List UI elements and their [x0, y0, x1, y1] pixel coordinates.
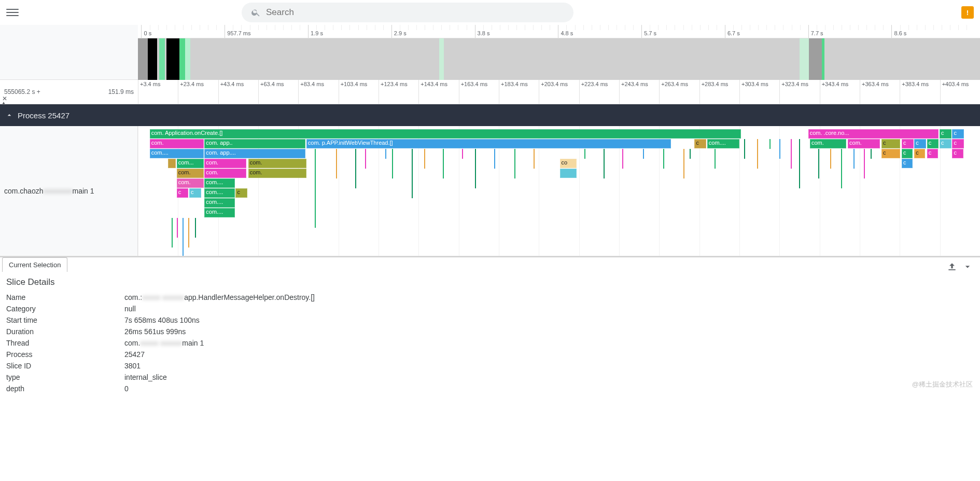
alert-icon[interactable]: !	[961, 6, 974, 19]
detail-value: internal_slice	[124, 372, 315, 383]
flame-slice-thin[interactable]	[355, 149, 356, 188]
flame-slice-thin[interactable]	[443, 149, 444, 178]
search-box[interactable]	[242, 3, 573, 22]
flame-slice-thin[interactable]	[791, 139, 792, 169]
flame-slice[interactable]: com.	[177, 178, 204, 188]
flame-slice[interactable]: c	[927, 139, 939, 148]
flame-slice-thin[interactable]	[336, 149, 337, 178]
flame-slice[interactable]: com...	[177, 159, 204, 168]
minimap-block	[809, 38, 821, 80]
flame-slice[interactable]: c	[927, 149, 938, 158]
flame-slice[interactable]: com. p.APP.initWebViewThread.[]	[306, 139, 671, 148]
flame-slice[interactable]: c	[902, 149, 913, 158]
flame-slice-thin[interactable]	[663, 149, 664, 169]
flame-slice[interactable]: c	[940, 139, 951, 148]
flame-slice[interactable]: com.	[248, 159, 306, 168]
flame-slice-thin[interactable]	[853, 149, 855, 169]
flame-slice-thin[interactable]	[683, 149, 684, 178]
flame-slice[interactable]	[168, 159, 176, 168]
flame-slice-thin[interactable]	[769, 139, 771, 149]
flame-slice[interactable]: c	[881, 149, 900, 158]
flame-slice[interactable]: com....	[150, 149, 204, 158]
flame-slice[interactable]: c	[914, 139, 926, 148]
flame-slice[interactable]: com....	[204, 208, 234, 217]
flame-slice-thin[interactable]	[744, 139, 745, 159]
flame-slice-thin[interactable]	[830, 149, 831, 169]
flame-slice[interactable]: com.	[848, 139, 880, 148]
flame-slice-thin[interactable]	[475, 149, 476, 188]
collapse-handle-icon[interactable]: ✕▴	[2, 97, 7, 105]
detail-key: Category	[6, 303, 124, 314]
flame-slice[interactable]: co	[560, 159, 577, 168]
flame-slice-thin[interactable]	[315, 149, 316, 228]
flame-slice[interactable]	[560, 169, 577, 178]
flame-slice-thin[interactable]	[779, 139, 780, 159]
search-input[interactable]	[266, 7, 564, 18]
flame-slice-thin[interactable]	[462, 149, 463, 159]
flame-slice-thin[interactable]	[871, 149, 872, 159]
flame-slice-thin[interactable]	[385, 149, 386, 159]
flame-slice-thin[interactable]	[177, 218, 178, 238]
detail-ruler[interactable]: +3.4 ms+23.4 ms+43.4 ms+63.4 ms+83.4 ms+…	[138, 80, 980, 104]
process-header[interactable]: Process 25427	[0, 104, 980, 126]
tab-current-selection[interactable]: Current Selection	[2, 257, 67, 272]
flame-slice[interactable]: c	[902, 159, 913, 168]
flame-slice-thin[interactable]	[715, 149, 716, 169]
thread-label[interactable]: com.chaozhxxxxxxxxmain 1	[0, 126, 138, 256]
flame-slice-thin[interactable]	[365, 149, 366, 169]
flame-slice-thin[interactable]	[424, 149, 425, 169]
flame-slice-thin[interactable]	[799, 139, 800, 188]
flame-slice[interactable]: com....	[204, 178, 234, 188]
flame-slice-thin[interactable]	[195, 218, 196, 238]
flame-slice-thin[interactable]	[690, 149, 691, 159]
flame-chart[interactable]: com. Application.onCreate.[]com.com. app…	[138, 126, 980, 256]
flame-slice[interactable]: c	[952, 129, 964, 139]
flame-slice-thin[interactable]	[864, 149, 865, 178]
flame-slice-thin[interactable]	[494, 149, 495, 169]
flame-slice[interactable]: c	[694, 139, 706, 148]
flame-slice[interactable]: c	[235, 188, 247, 198]
flame-slice[interactable]: com. app....	[204, 149, 305, 158]
flame-slice-thin[interactable]	[412, 149, 413, 198]
overview-track[interactable]: 0 s957.7 ms1.9 s2.9 s3.8 s4.8 s5.7 s6.7 …	[138, 25, 980, 79]
flame-slice[interactable]: com.	[204, 159, 246, 168]
move-to-top-icon[interactable]	[947, 262, 957, 272]
flame-slice[interactable]: c	[189, 188, 201, 198]
flame-slice[interactable]: c	[914, 149, 925, 158]
flame-slice[interactable]: com....	[204, 198, 234, 208]
flame-slice[interactable]: c	[940, 129, 951, 139]
flame-slice[interactable]: com. Application.onCreate.[]	[150, 129, 741, 139]
flame-slice-thin[interactable]	[172, 218, 173, 248]
flame-slice-thin[interactable]	[604, 149, 605, 178]
flame-slice-thin[interactable]	[818, 149, 819, 178]
flame-slice[interactable]: com. .core.no...	[808, 129, 939, 139]
flame-slice[interactable]: c	[952, 149, 963, 158]
detail-value: 26ms 561us 999ns	[124, 326, 315, 337]
chevron-down-icon[interactable]	[962, 262, 973, 272]
search-icon	[251, 7, 261, 18]
flame-slice-thin[interactable]	[622, 149, 623, 169]
flame-slice[interactable]: com.	[150, 139, 204, 148]
flame-slice[interactable]: c	[952, 139, 964, 148]
flame-slice[interactable]: com....	[707, 139, 739, 148]
flame-slice[interactable]: c	[902, 139, 914, 148]
flame-slice-thin[interactable]	[643, 149, 644, 159]
flame-slice[interactable]: c	[881, 139, 900, 148]
flame-slice[interactable]: com.	[177, 169, 204, 178]
flame-slice-thin[interactable]	[183, 218, 184, 256]
flame-slice-thin[interactable]	[841, 149, 842, 188]
flame-slice[interactable]: com.	[810, 139, 846, 148]
flame-slice[interactable]: com....	[204, 188, 234, 198]
flame-slice-thin[interactable]	[392, 149, 393, 178]
flame-slice-thin[interactable]	[534, 149, 535, 169]
flame-slice[interactable]: com.	[204, 169, 246, 178]
flame-slice[interactable]: com. app..	[204, 139, 305, 148]
flame-slice-thin[interactable]	[514, 149, 515, 178]
hamburger-menu-icon[interactable]	[6, 6, 19, 19]
flame-slice[interactable]: com.	[248, 169, 306, 178]
flame-slice-thin[interactable]	[757, 139, 758, 169]
overview-minimap[interactable]	[138, 38, 980, 80]
flame-slice-thin[interactable]	[188, 218, 189, 248]
flame-slice-thin[interactable]	[584, 149, 585, 159]
flame-slice[interactable]: c	[177, 188, 189, 198]
